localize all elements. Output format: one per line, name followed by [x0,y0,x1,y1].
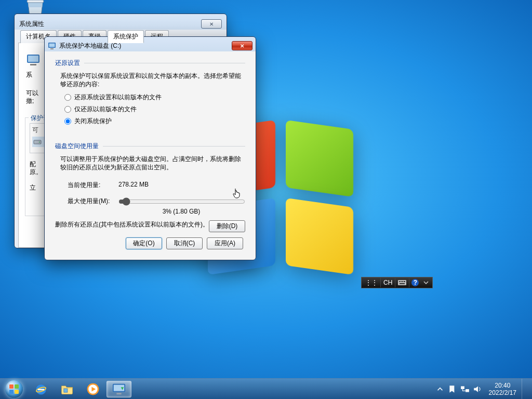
svg-rect-11 [401,281,402,282]
delete-button[interactable]: 删除(D) [209,220,245,232]
svg-rect-8 [50,48,54,49]
computer-icon [111,382,127,396]
ime-lang[interactable]: CH [381,278,395,287]
radio-restore-files-only[interactable]: 仅还原以前版本的文件 [55,103,245,115]
svg-point-5 [39,142,40,143]
disk-usage-desc: 可以调整用于系统保护的最大磁盘空间。占满空间时，系统将删除较旧的还原点以便为新还… [55,153,245,175]
tray-volume-icon[interactable] [473,384,482,394]
svg-rect-0 [27,0,44,3]
apply-button[interactable]: 应用(A) [207,237,243,249]
radio-restore-system-and-files[interactable]: 还原系统设置和以前版本的文件 [55,91,245,103]
taskbar-clock[interactable]: 20:40 2022/2/17 [484,382,522,396]
current-usage-label: 当前使用量: [68,181,118,190]
start-button[interactable] [0,379,28,400]
system-protection-dialog: 系统保护本地磁盘 (C:) ✕ 还原设置 系统保护可以保留系统设置和以前文件版本… [44,36,256,260]
ime-grip-icon[interactable]: ⋮⋮ [363,278,381,287]
tray-network-icon[interactable] [460,384,470,394]
delete-restore-points-desc: 删除所有还原点(其中包括系统设置和以前版本的文件)。 [55,220,209,229]
disk-usage-header: 磁盘空间使用量 [55,142,99,151]
max-usage-label: 最大使用量(M): [68,197,113,206]
dialog-close-button[interactable]: ✕ [232,41,252,50]
taskbar-system-properties[interactable] [107,381,131,397]
taskbar-media-player[interactable] [81,381,105,397]
max-usage-slider[interactable] [118,197,245,206]
system-protection-icon [25,51,42,68]
tray-action-center-icon[interactable] [448,384,457,394]
ime-help-icon[interactable]: ? [411,279,419,286]
taskbar-ie[interactable] [29,381,54,397]
svg-rect-13 [404,281,405,282]
clock-date: 2022/2/17 [489,389,516,396]
tab-system-protection[interactable]: 系统保护 [108,30,144,43]
svg-rect-7 [49,44,55,47]
clock-time: 20:40 [489,382,516,389]
svg-rect-24 [466,389,469,392]
current-usage-value: 278.22 MB [118,181,149,190]
ok-button[interactable]: 确定(O) [126,237,162,249]
folder-icon [60,382,74,396]
show-desktop-button[interactable] [522,379,530,400]
radio-disable-protection[interactable]: 关闭系统保护 [55,115,245,127]
ime-keyboard-icon[interactable] [395,278,409,287]
svg-rect-2 [28,56,38,62]
system-properties-title: 系统属性 [19,20,201,29]
svg-rect-17 [64,389,68,392]
cancel-button[interactable]: 取消(C) [166,237,203,249]
svg-rect-22 [116,393,121,394]
drive-icon [33,138,42,146]
dialog-icon [48,42,56,50]
ime-toolbar[interactable]: ⋮⋮ CH ? [361,277,433,288]
restore-settings-desc: 系统保护可以保留系统设置和以前文件版本的副本。选择您希望能够还原的内容: [55,70,245,91]
taskbar-explorer[interactable] [55,381,79,397]
slider-value: 3% (1.80 GB) [55,207,245,220]
svg-rect-10 [399,281,400,282]
svg-rect-9 [398,280,406,285]
ime-options-icon[interactable] [421,278,431,287]
tray-show-hidden-icon[interactable] [435,384,445,394]
media-player-icon [86,382,100,396]
svg-rect-23 [461,386,464,389]
svg-rect-14 [400,283,405,284]
tray: 20:40 2022/2/17 [434,379,532,399]
taskbar: 20:40 2022/2/17 [0,378,532,399]
svg-rect-3 [30,64,36,65]
ie-icon [34,382,48,396]
close-button[interactable]: ✕ [201,19,222,29]
svg-rect-12 [402,281,403,282]
restore-settings-header: 还原设置 [55,59,80,68]
